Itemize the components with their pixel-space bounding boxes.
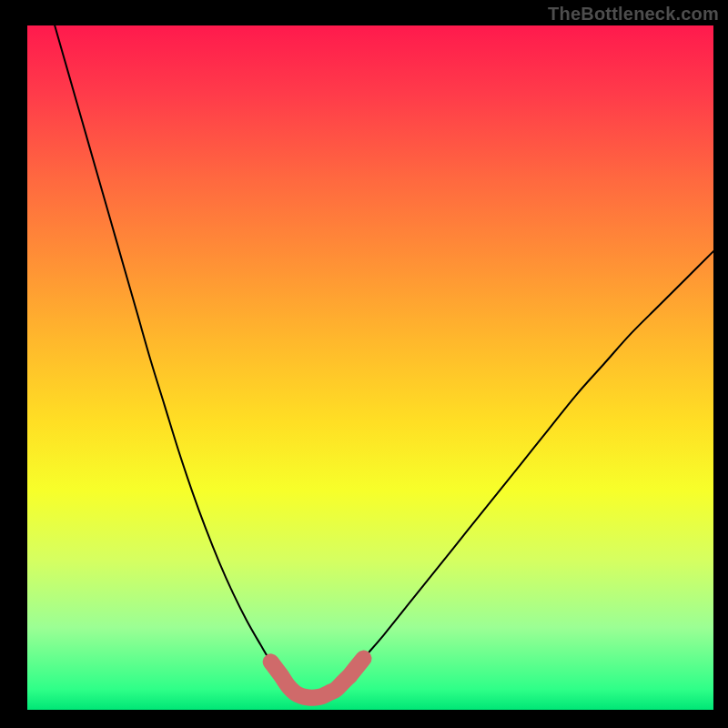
bottleneck-curve xyxy=(55,25,713,698)
optimal-region-highlight xyxy=(271,659,364,698)
chart-frame: TheBottleneck.com xyxy=(0,0,728,728)
curve-overlay xyxy=(0,0,728,728)
